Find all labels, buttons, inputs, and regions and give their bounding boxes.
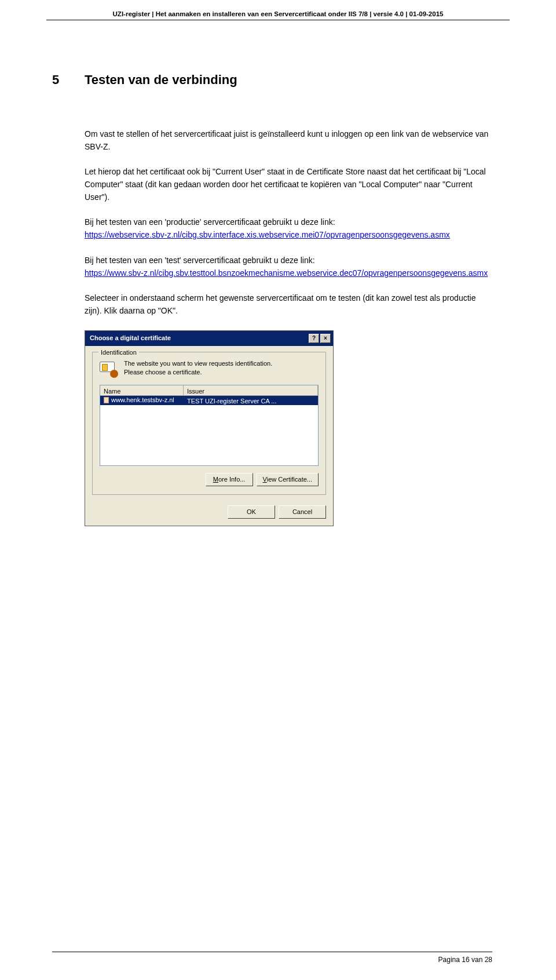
view-certificate-button[interactable]: View Certificate... [257,473,319,486]
paragraph-1: Om vast te stellen of het servercertific… [85,128,492,153]
list-item[interactable]: www.henk.testsbv-z.nl TEST UZI-register … [100,396,318,405]
paragraph-5: Selecteer in onderstaand scherm het gewe… [85,292,492,317]
certificate-icon [104,397,109,403]
list-header: Name Issuer [100,385,318,396]
more-info-button[interactable]: More Info... [206,473,253,486]
dialog-title: Choose a digital certificate [90,333,308,343]
link-productie[interactable]: https://webservice.sbv-z.nl/cibg.sbv.int… [85,230,450,239]
certificate-dialog: Choose a digital certificate ? × Identif… [85,330,334,526]
para4-lead: Bij het testen van een 'test' servercert… [85,256,315,265]
cancel-button[interactable]: Cancel [279,505,326,519]
more-info-label: ore Info... [218,476,245,483]
para3-lead: Bij het testen van een 'productie' serve… [85,217,335,227]
page-footer: Pagina 16 van 28 [438,956,492,964]
fieldset-legend: Identification [98,348,139,358]
help-icon[interactable]: ? [309,334,319,343]
section-title: Testen van de verbinding [85,72,237,88]
paragraph-2: Let hierop dat het certificaat ook bij "… [85,166,492,203]
column-name[interactable]: Name [100,385,184,395]
column-issuer[interactable]: Issuer [184,385,318,395]
identification-fieldset: Identification The website you want to v… [92,352,326,495]
ident-line-2: Please choose a certificate. [124,369,202,376]
section-heading-row: 5 Testen van de verbinding [52,72,492,88]
section-number: 5 [52,72,85,88]
paragraph-3: Bij het testen van een 'productie' serve… [85,216,492,241]
close-icon[interactable]: × [320,334,331,343]
certificate-list[interactable]: Name Issuer www.henk.testsbv-z.nl TEST U… [100,385,319,466]
link-test[interactable]: https://www.sbv-z.nl/cibg.sbv.testtool.b… [85,268,488,278]
cell-name: www.henk.testsbv-z.nl [100,396,184,405]
ok-button[interactable]: OK [228,505,275,519]
footer-divider [52,952,492,952]
dialog-titlebar[interactable]: Choose a digital certificate ? × [85,331,333,346]
paragraph-4: Bij het testen van een 'test' servercert… [85,254,492,279]
cell-issuer: TEST UZI-register Server CA ... [184,396,318,405]
body-text: Om vast te stellen of het servercertific… [85,128,492,526]
identification-text: The website you want to view requests id… [124,359,272,378]
page-header: UZI-register | Het aanmaken en installer… [0,0,556,20]
ident-line-1: The website you want to view requests id… [124,360,272,367]
identification-icon [100,359,118,378]
view-cert-label: iew Certificate... [267,476,312,483]
